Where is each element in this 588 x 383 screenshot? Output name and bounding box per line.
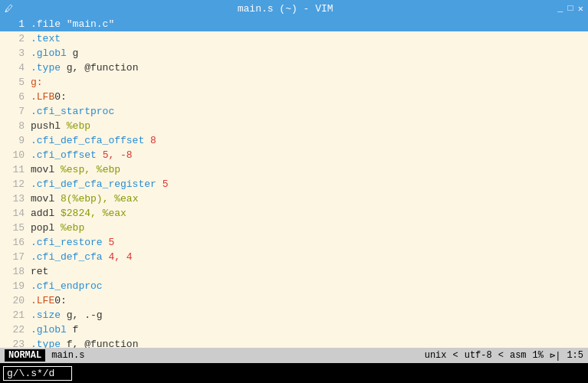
code-segment: .LFE — [31, 295, 54, 306]
window-controls: _ □ ✕ — [557, 3, 583, 15]
command-line — [0, 363, 588, 383]
line-content: .cfi_offset 5, -8 — [31, 148, 585, 162]
line-number: 17 — [3, 250, 25, 264]
command-input[interactable] — [3, 366, 72, 381]
code-segment: .cfi_restore — [31, 237, 108, 248]
status-charset: utf-8 — [465, 350, 492, 361]
code-line: 11 movl %esp, %ebp — [0, 162, 588, 177]
code-line: 17 .cfi_def_cfa 4, 4 — [0, 250, 588, 264]
code-segment: .type — [31, 339, 61, 348]
code-line: 12 .cfi_def_cfa_register 5 — [0, 177, 588, 192]
line-number: 15 — [3, 221, 25, 235]
editor-area: 1 .file "main.c"2 .text3 .globl g4 .type… — [0, 17, 588, 348]
line-number: 5 — [3, 75, 25, 90]
code-segment: .cfi_def_cfa_register — [31, 178, 163, 190]
code-line: 19 .cfi_endproc — [0, 279, 588, 293]
code-line: 14 addl $2824, %eax — [0, 206, 588, 221]
status-percent: 1% — [533, 350, 544, 361]
code-line: 16 .cfi_restore 5 — [0, 235, 588, 250]
code-segment: addl — [31, 208, 54, 219]
line-content: .cfi_endproc — [31, 279, 585, 293]
line-number: 9 — [3, 133, 25, 148]
line-content: .LFE0: — [31, 293, 585, 308]
code-line: 8 pushl %ebp — [0, 119, 588, 133]
line-content: .text — [31, 31, 585, 46]
line-content: .globl f — [31, 322, 585, 337]
code-line: 20.LFE0: — [0, 293, 588, 308]
code-segment: movl — [31, 193, 54, 205]
code-segment: .cfi_def_cfa_offset — [31, 135, 150, 146]
code-segment: %ebp — [61, 120, 90, 132]
status-pipe: ⊳| — [550, 350, 560, 362]
line-content: .cfi_restore 5 — [31, 235, 585, 250]
line-content: .file "main.c" — [31, 17, 585, 31]
line-number: 4 — [3, 61, 25, 75]
line-number: 2 — [3, 31, 25, 46]
code-segment: g: — [31, 77, 43, 88]
code-segment: popl — [31, 222, 54, 234]
code-segment: g, @function — [61, 62, 138, 74]
line-content: g: — [31, 75, 585, 90]
code-line: 22 .globl f — [0, 322, 588, 337]
code-segment: .size — [31, 309, 61, 321]
line-content: .cfi_def_cfa 4, 4 — [31, 250, 585, 264]
code-segment: g, .-g — [61, 309, 103, 321]
code-line: 1 .file "main.c" — [0, 17, 588, 31]
code-line: 21 .size g, .-g — [0, 308, 588, 322]
line-number: 11 — [3, 162, 25, 177]
minimize-button[interactable]: _ — [557, 3, 563, 15]
code-segment: pushl — [31, 120, 61, 132]
code-segment: g — [67, 47, 79, 59]
code-line: 13 movl 8(%ebp), %eax — [0, 192, 588, 206]
line-number: 7 — [3, 104, 25, 119]
code-segment: %ebp — [54, 222, 84, 234]
line-content: .type g, @function — [31, 61, 585, 75]
line-number: 13 — [3, 192, 25, 206]
code-segment: .globl — [31, 324, 67, 336]
line-content: ret — [31, 264, 585, 279]
line-content: popl %ebp — [31, 221, 585, 235]
line-number: 3 — [3, 46, 25, 61]
code-segment: $2824, %eax — [54, 208, 126, 219]
code-line: 3 .globl g — [0, 46, 588, 61]
code-line: 18 ret — [0, 264, 588, 279]
title-bar-title: main.s (~) - VIM — [13, 3, 557, 15]
line-content: .globl g — [31, 46, 585, 61]
code-segment: 5 — [108, 237, 114, 248]
line-content: addl $2824, %eax — [31, 206, 585, 221]
app-icon: 🖊 — [5, 4, 13, 14]
maximize-button[interactable]: □ — [568, 3, 573, 15]
status-right: unix < utf-8 < asm 1% ⊳| 1:5 — [425, 350, 583, 362]
code-line: 15 popl %ebp — [0, 221, 588, 235]
code-segment: 0: — [54, 295, 67, 306]
line-number: 12 — [3, 177, 25, 192]
line-number: 22 — [3, 322, 25, 337]
line-number: 10 — [3, 148, 25, 162]
code-segment: 8(%ebp), %eax — [54, 193, 138, 205]
line-content: movl 8(%ebp), %eax — [31, 192, 585, 206]
code-segment: .cfi_endproc — [31, 280, 103, 292]
code-segment: .cfi_startproc — [31, 106, 114, 117]
close-button[interactable]: ✕ — [578, 3, 583, 15]
line-number: 16 — [3, 235, 25, 250]
code-segment: movl — [31, 164, 54, 175]
code-segment: 5, -8 — [103, 149, 133, 161]
status-position: 1:5 — [567, 350, 583, 361]
line-content: .type f, @function — [31, 337, 585, 348]
line-number: 19 — [3, 279, 25, 293]
line-number: 14 — [3, 206, 25, 221]
code-segment: .globl — [31, 47, 67, 59]
line-content: .size g, .-g — [31, 308, 585, 322]
code-segment: .file — [31, 18, 61, 30]
line-number: 8 — [3, 119, 25, 133]
line-content: .LFB0: — [31, 90, 585, 104]
code-line: 7 .cfi_startproc — [0, 104, 588, 119]
line-content: .cfi_def_cfa_offset 8 — [31, 133, 585, 148]
code-line: 4 .type g, @function — [0, 61, 588, 75]
status-encoding: unix — [425, 350, 447, 361]
code-segment: 4, 4 — [108, 251, 132, 263]
status-filetype: asm — [510, 350, 527, 361]
line-number: 18 — [3, 264, 25, 279]
status-lt1: < — [453, 350, 458, 361]
code-line: 10 .cfi_offset 5, -8 — [0, 148, 588, 162]
